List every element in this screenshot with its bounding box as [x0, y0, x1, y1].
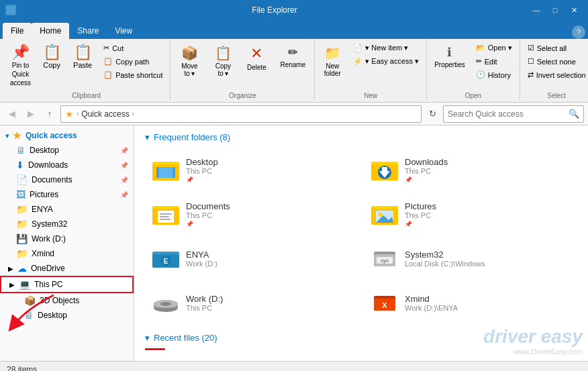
pictures-icon: 🖼 — [16, 189, 26, 200]
pin-icon: 📌 — [11, 45, 30, 60]
documents-label: Documents — [32, 175, 72, 184]
copy-icon: 📋 — [43, 45, 61, 60]
folder-item-documents[interactable]: Documents This PC 📌 — [145, 195, 358, 233]
sidebar-item-pictures[interactable]: 🖼 Pictures 📌 — [0, 187, 134, 202]
tab-share[interactable]: Share — [69, 23, 107, 39]
folder-item-xmind[interactable]: X Xmind Work (D:)\ENYA — [364, 283, 577, 322]
folder-item-system32[interactable]: sys System32 Local Disk (C:)\Windows — [364, 239, 577, 278]
folder-item-pictures[interactable]: Pictures This PC 📌 — [364, 195, 577, 233]
title-bar-title: File Explorer — [21, 5, 528, 15]
work-icon: 💾 — [16, 233, 28, 244]
invert-label: Invert selection — [536, 71, 586, 79]
history-button[interactable]: 🕐 History — [471, 68, 517, 81]
copy-to-button[interactable]: 📋 Copyto ▾ — [207, 42, 239, 81]
copy-to-label: Copyto ▾ — [215, 62, 231, 77]
folder-name-downloads: Downloads — [405, 157, 448, 167]
quick-access-expand-icon: ▾ — [5, 132, 9, 140]
sidebar-item-desktop2[interactable]: 🖥 Desktop — [0, 308, 134, 323]
main-area: ▾ ★ Quick access 🖥 Desktop 📌 ⬇ Downloads… — [0, 125, 588, 361]
sidebar-item-desktop[interactable]: 🖥 Desktop 📌 — [0, 143, 134, 158]
pin-to-quick-access-button[interactable]: 📌 Pin to Quickaccess — [5, 42, 36, 91]
up-button[interactable]: ↑ — [42, 106, 58, 122]
sidebar-item-system32[interactable]: 📁 System32 — [0, 217, 134, 231]
folder-name-desktop: Desktop — [186, 157, 218, 167]
select-none-button[interactable]: ☐ Select none — [523, 55, 588, 68]
clipboard-group-label: Clipboard — [5, 91, 167, 101]
desktop2-label: Desktop — [38, 311, 67, 320]
copy-to-icon: 📋 — [215, 45, 232, 61]
folder-sub-enya: Work (D:) — [186, 260, 217, 268]
new-content: 📁 Newfolder 📄 ▾ New item ▾ ⚡ ▾ Easy acce… — [317, 42, 424, 91]
new-item-button[interactable]: 📄 ▾ New item ▾ — [348, 42, 424, 54]
pin-indicator-downloads: 📌 — [120, 162, 128, 169]
copy-label: Copy — [43, 61, 60, 69]
sidebar-item-3dobjects[interactable]: 📦 3D Objects — [0, 293, 134, 308]
thispc-label: This PC — [34, 280, 63, 289]
folder-item-enya[interactable]: E ENYA Work (D:) — [145, 239, 358, 278]
copy-path-icon: 📋 — [103, 57, 113, 66]
search-box[interactable]: 🔍 — [443, 105, 584, 123]
select-stack: ☑ Select all ☐ Select none ⇄ Invert sele… — [523, 42, 588, 81]
sidebar-item-downloads[interactable]: ⬇ Downloads 📌 — [0, 158, 134, 172]
folder-info-desktop: Desktop This PC 📌 — [186, 157, 218, 183]
svg-rect-15 — [160, 219, 170, 220]
paste-button[interactable]: 📋 Paste — [68, 42, 97, 72]
thispc-icon: 💻 — [19, 279, 30, 290]
new-folder-button[interactable]: 📁 Newfolder — [317, 42, 347, 81]
select-none-label: Select none — [537, 58, 576, 66]
onedrive-expand-icon: ▶ — [8, 265, 13, 272]
sidebar-item-enya[interactable]: 📁 ENYA — [0, 202, 134, 217]
recent-bar-indicator — [145, 348, 165, 350]
cut-button[interactable]: ✂ Cut — [99, 42, 167, 54]
back-button[interactable]: ◀ — [4, 106, 20, 122]
open-button[interactable]: 📂 Open ▾ — [471, 42, 517, 54]
sidebar-quick-access-header[interactable]: ▾ ★ Quick access — [0, 128, 134, 143]
ribbon-tabs: File Home Share View ? — [0, 20, 588, 39]
tab-file[interactable]: File — [3, 23, 32, 39]
invert-selection-button[interactable]: ⇄ Invert selection — [523, 68, 588, 81]
pictures-label: Pictures — [30, 190, 58, 199]
cut-icon: ✂ — [103, 44, 109, 52]
sidebar-item-xmind[interactable]: 📁 Xmind — [0, 246, 134, 261]
paste-shortcut-button[interactable]: 📋 Paste shortcut — [99, 68, 167, 81]
paste-shortcut-icon: 📋 — [103, 70, 113, 79]
sidebar-item-documents[interactable]: 📄 Documents 📌 — [0, 172, 134, 187]
frequent-folders-title[interactable]: ▾ Frequent folders (8) — [145, 132, 577, 142]
3dobjects-icon: 📦 — [24, 295, 36, 306]
tab-home[interactable]: Home — [32, 23, 69, 39]
new-folder-label: Newfolder — [324, 62, 341, 77]
sidebar-item-thispc[interactable]: ▶ 💻 This PC — [0, 276, 134, 293]
select-all-button[interactable]: ☑ Select all — [523, 42, 588, 54]
close-button[interactable]: ✕ — [565, 3, 583, 17]
folder-icon-system32: sys — [371, 245, 398, 272]
search-input[interactable] — [448, 109, 566, 119]
downloads-label: Downloads — [28, 160, 68, 170]
help-button[interactable]: ? — [572, 25, 585, 39]
minimize-button[interactable]: — — [528, 3, 545, 17]
folder-item-work[interactable]: Work (D:) This PC — [145, 283, 358, 322]
move-to-button[interactable]: 📦 Moveto ▾ — [173, 42, 205, 81]
address-path[interactable]: ★ › Quick access › — [60, 105, 422, 123]
folder-name-pictures: Pictures — [405, 201, 436, 211]
select-content: ☑ Select all ☐ Select none ⇄ Invert sele… — [523, 42, 588, 91]
forward-button[interactable]: ▶ — [23, 106, 39, 122]
rename-button[interactable]: ✏ Rename — [274, 42, 311, 72]
sidebar-item-work[interactable]: 💾 Work (D:) — [0, 231, 134, 246]
copy-path-button[interactable]: 📋 Copy path — [99, 55, 167, 68]
delete-button[interactable]: ✕ Delete — [240, 42, 273, 74]
refresh-button[interactable]: ↻ — [424, 106, 440, 122]
properties-button[interactable]: ℹ Properties — [430, 42, 470, 72]
folder-item-downloads[interactable]: Downloads This PC 📌 — [364, 150, 577, 189]
history-icon: 🕐 — [476, 70, 485, 79]
sidebar-item-onedrive[interactable]: ▶ ☁ OneDrive — [0, 261, 134, 276]
edit-button[interactable]: ✏ Edit — [471, 55, 517, 68]
copy-button[interactable]: 📋 Copy — [37, 42, 66, 72]
recent-files-title[interactable]: ▾ Recent files (20) — [145, 333, 577, 343]
open-group-label: Open — [430, 91, 517, 101]
easy-access-button[interactable]: ⚡ ▾ Easy access ▾ — [348, 55, 424, 68]
new-group-label: New — [317, 91, 424, 101]
folder-item-desktop[interactable]: Desktop This PC 📌 — [145, 150, 358, 189]
tab-view[interactable]: View — [107, 23, 140, 39]
maximize-button[interactable]: □ — [546, 3, 564, 17]
system32-label: System32 — [32, 219, 67, 229]
